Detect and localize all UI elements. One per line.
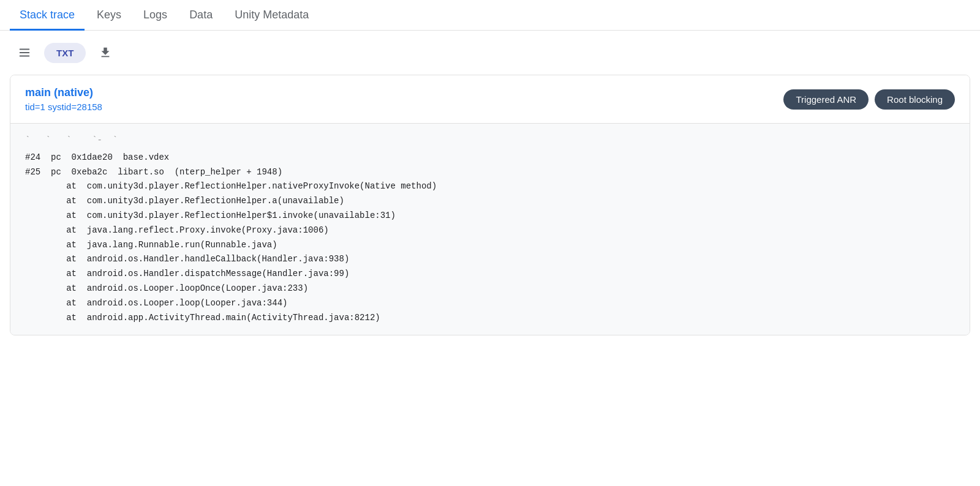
badges-container: Triggered ANR Root blocking	[783, 89, 955, 110]
triggered-anr-badge: Triggered ANR	[783, 89, 869, 110]
tab-keys[interactable]: Keys	[87, 0, 131, 31]
tab-data[interactable]: Data	[179, 0, 222, 31]
stack-line-at-5: at java.lang.Runnable.run(Runnable.java)	[25, 238, 955, 253]
download-button[interactable]	[93, 40, 118, 65]
stack-separator: ` ` ` `- `	[25, 133, 955, 148]
thread-card: main (native) tid=1 systid=28158 Trigger…	[10, 75, 970, 335]
stack-line-at-4: at java.lang.reflect.Proxy.invoke(Proxy.…	[25, 223, 955, 238]
content-area: main (native) tid=1 systid=28158 Trigger…	[0, 75, 980, 345]
thread-subtitle: tid=1 systid=28158	[25, 102, 102, 112]
stack-line-at-7: at android.os.Handler.dispatchMessage(Ha…	[25, 267, 955, 282]
stack-line-at-8: at android.os.Looper.loopOnce(Looper.jav…	[25, 282, 955, 296]
stack-line-at-3: at com.unity3d.player.ReflectionHelper$1…	[25, 209, 955, 223]
toolbar: TXT	[0, 31, 980, 75]
stack-trace-content: ` ` ` `- ` #24 pc 0x1dae20 base.vdex #25…	[10, 124, 970, 335]
thread-header: main (native) tid=1 systid=28158 Trigger…	[10, 75, 970, 124]
stack-line-at-10: at android.app.ActivityThread.main(Activ…	[25, 311, 955, 326]
tab-unity-metadata[interactable]: Unity Metadata	[225, 0, 318, 31]
svg-rect-2	[20, 56, 30, 57]
stack-line-at-6: at android.os.Handler.handleCallback(Han…	[25, 252, 955, 267]
stack-line-25: #25 pc 0xeba2c libart.so (nterp_helper +…	[25, 165, 955, 180]
svg-rect-1	[20, 52, 30, 53]
root-blocking-badge: Root blocking	[875, 89, 955, 110]
stack-line-24: #24 pc 0x1dae20 base.vdex	[25, 151, 955, 165]
tab-stack-trace[interactable]: Stack trace	[10, 0, 85, 31]
svg-rect-0	[20, 49, 30, 50]
stack-line-at-1: at com.unity3d.player.ReflectionHelper.n…	[25, 179, 955, 194]
thread-info: main (native) tid=1 systid=28158	[25, 86, 102, 112]
thread-title: main (native)	[25, 86, 102, 99]
stack-line-at-9: at android.os.Looper.loop(Looper.java:34…	[25, 296, 955, 311]
txt-format-button[interactable]: TXT	[44, 43, 86, 63]
tabs-bar: Stack trace Keys Logs Data Unity Metadat…	[0, 0, 980, 31]
stack-line-at-2: at com.unity3d.player.ReflectionHelper.a…	[25, 194, 955, 209]
tab-logs[interactable]: Logs	[134, 0, 177, 31]
list-view-button[interactable]	[12, 40, 37, 65]
